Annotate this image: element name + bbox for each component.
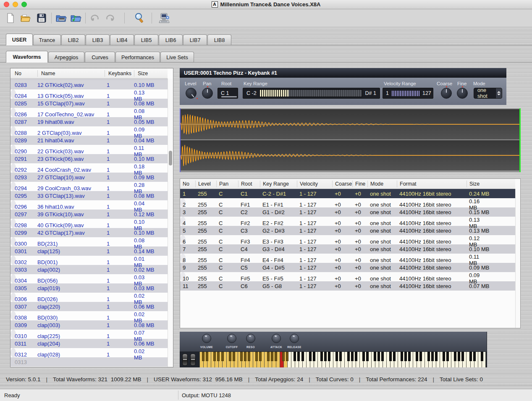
keybank-row[interactable]: 8255CF#4E4 - F#41 - 127+0+0one shot44100… xyxy=(180,254,186,263)
piano-key-black[interactable] xyxy=(339,352,342,361)
piano-key-black[interactable] xyxy=(286,352,288,361)
keybank-row[interactable]: 9255CC5G4 - D#51 - 127+0+0one shot44100H… xyxy=(180,263,515,272)
waveform-row[interactable]: 0309clap(003)10.08 MB xyxy=(10,320,168,330)
tab-lib3[interactable]: LIB3 xyxy=(86,34,110,45)
column-header[interactable]: Name xyxy=(37,70,105,77)
column-header[interactable]: Coarse xyxy=(332,181,352,187)
fine-knob[interactable] xyxy=(457,88,468,99)
piano-key-black[interactable] xyxy=(244,352,246,361)
tab-lib6[interactable]: LIB6 xyxy=(159,34,183,45)
keybank-row[interactable]: 4255CF#2E2 - F#21 - 127+0+0one shot44100… xyxy=(180,217,186,226)
waveform-row[interactable]: 0303clap(002)10.02 MB xyxy=(10,265,168,274)
pan-knob[interactable] xyxy=(202,88,213,99)
keybank-row[interactable]: 7255CC4G3 - D#41 - 127+0+0one shot44100H… xyxy=(180,244,515,254)
waveform-row[interactable]: 029636 hihat10.wav10.04 MB xyxy=(10,200,16,210)
piano-key-black[interactable] xyxy=(435,352,438,361)
waveform-row[interactable]: 028719 hihat08.wav10.05 MB xyxy=(10,117,168,126)
piano-key-black[interactable] xyxy=(416,352,418,361)
column-header[interactable]: Size xyxy=(134,70,168,77)
piano-key-black[interactable] xyxy=(473,352,476,361)
coarse-knob[interactable] xyxy=(441,88,452,99)
zoom-window-button[interactable] xyxy=(21,2,27,7)
piano-key-black[interactable] xyxy=(469,352,472,361)
mode-select[interactable]: one shot xyxy=(474,88,502,99)
waveform-row[interactable]: 0311clap(204)10.06 MB xyxy=(10,339,168,348)
waveform-row[interactable]: 0308BD(030)10.02 MB xyxy=(10,311,16,320)
waveform-row[interactable]: 029327 GTClap(10).wav10.09 MB xyxy=(10,173,168,182)
tab-live-sets[interactable]: Live Sets xyxy=(160,52,194,63)
piano-key-black[interactable] xyxy=(275,352,277,361)
piano-key-black[interactable] xyxy=(229,352,231,361)
piano-key-black[interactable] xyxy=(248,352,250,361)
column-header[interactable]: Level xyxy=(195,181,216,187)
piano-key-black[interactable] xyxy=(294,352,296,361)
piano-key-black[interactable] xyxy=(427,352,430,361)
tab-performances[interactable]: Performances xyxy=(115,52,160,63)
waveform-row[interactable]: 028413 GTKick(05).wav10.13 MB xyxy=(10,89,16,99)
keybank-row[interactable]: 5255CC3G2 - D#31 - 127+0+0one shot44100H… xyxy=(180,226,515,235)
piano-key-black[interactable] xyxy=(271,352,273,361)
new-document-button[interactable] xyxy=(4,12,17,24)
import-waveforms-button[interactable] xyxy=(55,12,68,24)
waveform-row[interactable]: 029123 GTKick(06).wav10.10 MB xyxy=(10,154,168,163)
piano-key-black[interactable] xyxy=(313,352,315,361)
waveform-row[interactable]: 028515 GTClap(07).wav10.08 MB xyxy=(10,99,168,108)
waveform-row[interactable]: 0310clap(225)10.07 MB xyxy=(10,330,16,339)
keybank-row[interactable]: 1255CC1C-2 - D#11 - 127+0+0one shot44100… xyxy=(180,189,515,198)
redo-button[interactable] xyxy=(103,12,116,24)
tab-arpeggios[interactable]: Arpeggios xyxy=(48,52,84,63)
keybank-row[interactable]: 2255CF#1E1 - F#11 - 127+0+0one shot44100… xyxy=(180,198,186,207)
waveform-list-scrollbar[interactable] xyxy=(168,79,173,367)
column-header[interactable]: Fine xyxy=(352,181,367,187)
tab-lib8[interactable]: LIB8 xyxy=(207,34,231,45)
piano-key-black[interactable] xyxy=(446,352,449,361)
mode-stepper[interactable] xyxy=(495,88,502,98)
keybank-table-scrollbar[interactable] xyxy=(515,189,520,328)
waveform-row[interactable]: 0302BD(001)10.01 MB xyxy=(10,256,16,265)
keybank-row[interactable]: 10255CF#5E5 - F#51 - 127+0+0one shot4410… xyxy=(180,272,186,281)
piano-key-black[interactable] xyxy=(301,352,304,361)
column-header[interactable]: Keybanks xyxy=(105,70,134,77)
key-range-field[interactable]: C -2 D# 1 xyxy=(243,88,380,99)
piano-key-black[interactable] xyxy=(393,352,396,361)
piano-key-black[interactable] xyxy=(458,352,460,361)
reso-knob[interactable] xyxy=(246,334,255,343)
keybank-row[interactable]: 3255CC2G1 - D#21 - 127+0+0one shot44100H… xyxy=(180,207,515,217)
tab-trance[interactable]: Trance xyxy=(33,34,61,45)
tab-lib7[interactable]: LIB7 xyxy=(183,34,207,45)
waveform-display[interactable] xyxy=(180,108,521,172)
key-range-mini-keyboard[interactable] xyxy=(259,89,362,97)
piano-key-black[interactable] xyxy=(374,352,376,361)
tab-waveforms[interactable]: Waveforms xyxy=(6,51,48,63)
waveform-row[interactable]: 029942 GTClap(17).wav10.10 MB xyxy=(10,228,168,237)
tab-lib4[interactable]: LIB4 xyxy=(110,34,134,45)
close-window-button[interactable] xyxy=(4,2,9,7)
column-header[interactable]: Key Range xyxy=(260,181,297,187)
waveform-row[interactable]: 029022 GTKick(03).wav10.11 MB xyxy=(10,145,16,154)
tab-lib5[interactable]: LIB5 xyxy=(134,34,158,45)
waveform-row[interactable]: 02882 GTClap(03).wav10.09 MB xyxy=(10,126,16,136)
piano-key-black[interactable] xyxy=(419,352,422,361)
tab-user[interactable]: USER xyxy=(6,34,33,45)
tab-curves[interactable]: Curves xyxy=(85,52,115,63)
piano-key-black[interactable] xyxy=(217,352,220,361)
minimize-window-button[interactable] xyxy=(13,2,18,7)
keybank-table-header[interactable]: NoLevelPanRootKey RangeVelocityCoarseFin… xyxy=(180,179,515,189)
scrollbar-thumb[interactable] xyxy=(169,151,172,165)
piano-key-black[interactable] xyxy=(206,352,208,361)
velocity-range-field[interactable]: 1 127 xyxy=(383,88,433,99)
waveform-row[interactable]: 029840 GTKick(09).wav10.10 MB xyxy=(10,219,16,228)
undo-button[interactable] xyxy=(89,12,102,24)
transfer-to-hardware-button[interactable] xyxy=(158,12,170,24)
waveform-row[interactable]: 029224 CoolCrash_02.wav10.18 MB xyxy=(10,163,16,173)
column-header[interactable]: Pan xyxy=(216,181,238,187)
piano-key-black[interactable] xyxy=(381,352,384,361)
piano-key-black[interactable] xyxy=(309,352,312,361)
keybank-row[interactable]: 6255CF#3E3 - F#31 - 127+0+0one shot44100… xyxy=(180,235,186,244)
pitch-wheel[interactable] xyxy=(182,354,188,366)
open-file-button[interactable] xyxy=(19,12,32,24)
level-knob[interactable] xyxy=(186,88,197,99)
keybank-row[interactable]: 11255CC6G5 - G81 - 127+0+0one shot44100H… xyxy=(180,281,515,291)
piano-key-black[interactable] xyxy=(377,352,380,361)
column-header[interactable]: Velocity xyxy=(297,181,332,187)
